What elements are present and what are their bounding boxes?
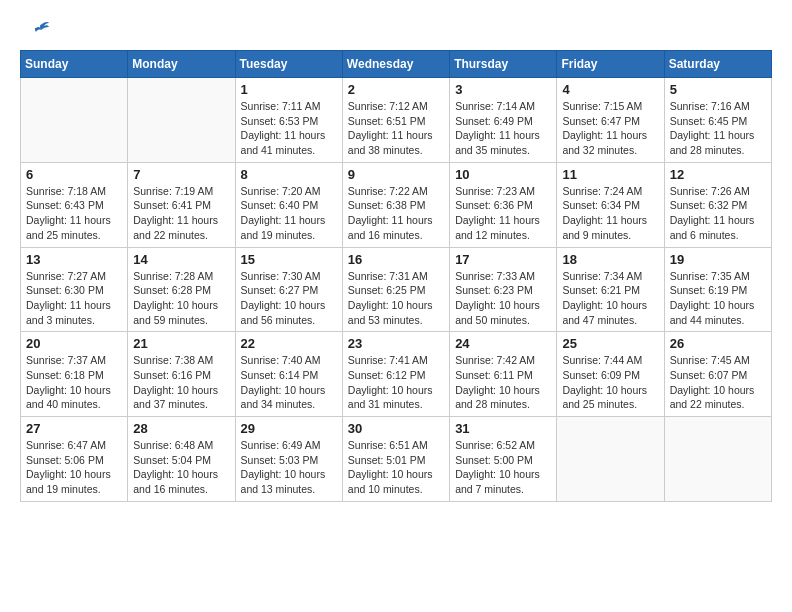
calendar-cell: 22Sunrise: 7:40 AM Sunset: 6:14 PM Dayli… [235,332,342,417]
calendar-cell: 10Sunrise: 7:23 AM Sunset: 6:36 PM Dayli… [450,162,557,247]
day-number: 14 [133,252,229,267]
day-number: 9 [348,167,444,182]
day-number: 3 [455,82,551,97]
day-info: Sunrise: 7:35 AM Sunset: 6:19 PM Dayligh… [670,269,766,328]
calendar-cell: 28Sunrise: 6:48 AM Sunset: 5:04 PM Dayli… [128,417,235,502]
day-info: Sunrise: 6:48 AM Sunset: 5:04 PM Dayligh… [133,438,229,497]
day-info: Sunrise: 7:14 AM Sunset: 6:49 PM Dayligh… [455,99,551,158]
day-number: 22 [241,336,337,351]
day-info: Sunrise: 7:38 AM Sunset: 6:16 PM Dayligh… [133,353,229,412]
day-info: Sunrise: 7:24 AM Sunset: 6:34 PM Dayligh… [562,184,658,243]
day-info: Sunrise: 7:40 AM Sunset: 6:14 PM Dayligh… [241,353,337,412]
day-number: 7 [133,167,229,182]
page-header [20,20,772,40]
day-number: 10 [455,167,551,182]
day-number: 23 [348,336,444,351]
calendar-cell: 27Sunrise: 6:47 AM Sunset: 5:06 PM Dayli… [21,417,128,502]
calendar-header-row: SundayMondayTuesdayWednesdayThursdayFrid… [21,51,772,78]
day-info: Sunrise: 7:18 AM Sunset: 6:43 PM Dayligh… [26,184,122,243]
day-number: 26 [670,336,766,351]
day-number: 5 [670,82,766,97]
calendar-week-row: 6Sunrise: 7:18 AM Sunset: 6:43 PM Daylig… [21,162,772,247]
day-info: Sunrise: 7:42 AM Sunset: 6:11 PM Dayligh… [455,353,551,412]
day-number: 28 [133,421,229,436]
day-info: Sunrise: 7:20 AM Sunset: 6:40 PM Dayligh… [241,184,337,243]
day-number: 30 [348,421,444,436]
calendar-cell: 21Sunrise: 7:38 AM Sunset: 6:16 PM Dayli… [128,332,235,417]
day-number: 13 [26,252,122,267]
calendar-cell: 14Sunrise: 7:28 AM Sunset: 6:28 PM Dayli… [128,247,235,332]
calendar-cell: 26Sunrise: 7:45 AM Sunset: 6:07 PM Dayli… [664,332,771,417]
day-info: Sunrise: 7:23 AM Sunset: 6:36 PM Dayligh… [455,184,551,243]
calendar-cell: 6Sunrise: 7:18 AM Sunset: 6:43 PM Daylig… [21,162,128,247]
day-number: 15 [241,252,337,267]
calendar-cell: 18Sunrise: 7:34 AM Sunset: 6:21 PM Dayli… [557,247,664,332]
day-number: 24 [455,336,551,351]
calendar-cell: 25Sunrise: 7:44 AM Sunset: 6:09 PM Dayli… [557,332,664,417]
calendar-cell [128,78,235,163]
day-info: Sunrise: 7:41 AM Sunset: 6:12 PM Dayligh… [348,353,444,412]
day-info: Sunrise: 7:27 AM Sunset: 6:30 PM Dayligh… [26,269,122,328]
calendar-week-row: 13Sunrise: 7:27 AM Sunset: 6:30 PM Dayli… [21,247,772,332]
calendar-cell: 24Sunrise: 7:42 AM Sunset: 6:11 PM Dayli… [450,332,557,417]
calendar-cell: 1Sunrise: 7:11 AM Sunset: 6:53 PM Daylig… [235,78,342,163]
calendar-cell: 5Sunrise: 7:16 AM Sunset: 6:45 PM Daylig… [664,78,771,163]
calendar-cell: 15Sunrise: 7:30 AM Sunset: 6:27 PM Dayli… [235,247,342,332]
calendar-cell: 31Sunrise: 6:52 AM Sunset: 5:00 PM Dayli… [450,417,557,502]
logo-bird-icon [22,20,50,40]
day-header-monday: Monday [128,51,235,78]
day-number: 12 [670,167,766,182]
day-number: 16 [348,252,444,267]
day-info: Sunrise: 6:51 AM Sunset: 5:01 PM Dayligh… [348,438,444,497]
day-number: 1 [241,82,337,97]
calendar-cell [557,417,664,502]
day-number: 4 [562,82,658,97]
day-info: Sunrise: 7:33 AM Sunset: 6:23 PM Dayligh… [455,269,551,328]
day-info: Sunrise: 7:19 AM Sunset: 6:41 PM Dayligh… [133,184,229,243]
day-info: Sunrise: 7:12 AM Sunset: 6:51 PM Dayligh… [348,99,444,158]
day-number: 6 [26,167,122,182]
day-info: Sunrise: 6:52 AM Sunset: 5:00 PM Dayligh… [455,438,551,497]
day-info: Sunrise: 7:45 AM Sunset: 6:07 PM Dayligh… [670,353,766,412]
day-number: 20 [26,336,122,351]
day-header-thursday: Thursday [450,51,557,78]
calendar-cell: 2Sunrise: 7:12 AM Sunset: 6:51 PM Daylig… [342,78,449,163]
day-number: 27 [26,421,122,436]
day-info: Sunrise: 7:15 AM Sunset: 6:47 PM Dayligh… [562,99,658,158]
day-header-sunday: Sunday [21,51,128,78]
calendar-cell [664,417,771,502]
day-number: 8 [241,167,337,182]
day-number: 17 [455,252,551,267]
day-info: Sunrise: 7:28 AM Sunset: 6:28 PM Dayligh… [133,269,229,328]
calendar-week-row: 20Sunrise: 7:37 AM Sunset: 6:18 PM Dayli… [21,332,772,417]
day-number: 2 [348,82,444,97]
day-number: 29 [241,421,337,436]
calendar-cell: 12Sunrise: 7:26 AM Sunset: 6:32 PM Dayli… [664,162,771,247]
day-header-tuesday: Tuesday [235,51,342,78]
calendar-cell: 3Sunrise: 7:14 AM Sunset: 6:49 PM Daylig… [450,78,557,163]
day-info: Sunrise: 7:22 AM Sunset: 6:38 PM Dayligh… [348,184,444,243]
day-info: Sunrise: 7:31 AM Sunset: 6:25 PM Dayligh… [348,269,444,328]
day-header-saturday: Saturday [664,51,771,78]
calendar-cell: 13Sunrise: 7:27 AM Sunset: 6:30 PM Dayli… [21,247,128,332]
calendar-cell: 8Sunrise: 7:20 AM Sunset: 6:40 PM Daylig… [235,162,342,247]
day-info: Sunrise: 7:11 AM Sunset: 6:53 PM Dayligh… [241,99,337,158]
calendar-week-row: 1Sunrise: 7:11 AM Sunset: 6:53 PM Daylig… [21,78,772,163]
calendar-cell: 17Sunrise: 7:33 AM Sunset: 6:23 PM Dayli… [450,247,557,332]
day-number: 18 [562,252,658,267]
day-header-friday: Friday [557,51,664,78]
day-number: 21 [133,336,229,351]
day-number: 25 [562,336,658,351]
calendar-cell: 30Sunrise: 6:51 AM Sunset: 5:01 PM Dayli… [342,417,449,502]
day-info: Sunrise: 7:26 AM Sunset: 6:32 PM Dayligh… [670,184,766,243]
day-info: Sunrise: 7:34 AM Sunset: 6:21 PM Dayligh… [562,269,658,328]
day-number: 19 [670,252,766,267]
calendar-table: SundayMondayTuesdayWednesdayThursdayFrid… [20,50,772,502]
calendar-cell: 7Sunrise: 7:19 AM Sunset: 6:41 PM Daylig… [128,162,235,247]
calendar-cell: 16Sunrise: 7:31 AM Sunset: 6:25 PM Dayli… [342,247,449,332]
day-number: 31 [455,421,551,436]
day-info: Sunrise: 7:37 AM Sunset: 6:18 PM Dayligh… [26,353,122,412]
day-info: Sunrise: 7:16 AM Sunset: 6:45 PM Dayligh… [670,99,766,158]
day-info: Sunrise: 6:47 AM Sunset: 5:06 PM Dayligh… [26,438,122,497]
day-number: 11 [562,167,658,182]
